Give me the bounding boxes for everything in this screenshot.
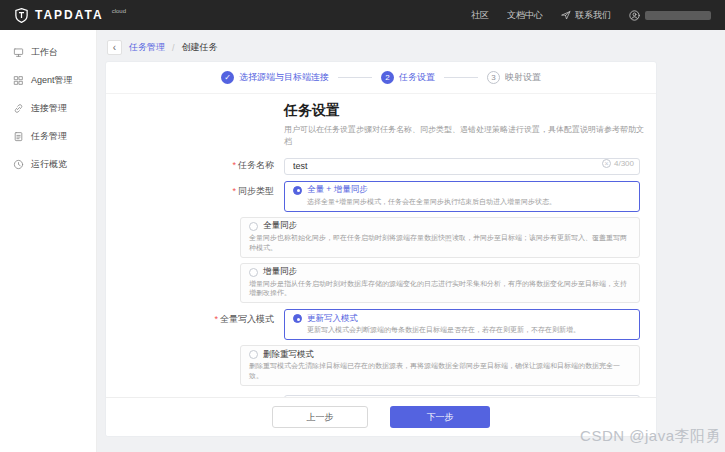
next-step-button[interactable]: 下一步 [390, 406, 490, 428]
task-name-row: *任务名称 × 4/300 [106, 155, 656, 175]
username-redacted [645, 11, 711, 20]
user-icon [629, 10, 640, 21]
nav-contact[interactable]: 联系我们 [561, 9, 611, 22]
sidebar-item-label: 连接管理 [31, 102, 67, 115]
paper-plane-icon [561, 10, 571, 20]
logo-text: TAPDATA [35, 8, 104, 22]
radio-icon[interactable] [249, 268, 258, 277]
sync-type-row: *同步类型 全量 + 增量同步 选择全量+增量同步模式，任务会在全量同步执行结束… [106, 181, 656, 304]
radio-icon[interactable] [249, 350, 258, 359]
option-full-plus-incremental[interactable]: 全量 + 增量同步 选择全量+增量同步模式，任务会在全量同步执行结束后自动进入增… [284, 181, 640, 212]
user-menu[interactable] [629, 10, 711, 21]
write-mode-row: *全量写入模式 更新写入模式 更新写入模式会判断源端的每条数据在目标端是否存在，… [106, 309, 656, 386]
step-3-label: 映射设置 [505, 71, 541, 84]
step-2-marker: 2 [381, 71, 394, 84]
main-area: ‹ 任务管理 / 创建任务 ✓ 选择源端与目标端连接 2 任务设置 3 映射设置… [97, 30, 725, 452]
option-description: 增量同步是指从任务启动时刻对数据库存储的源端变化的日志进行实时采集和分析，有序的… [249, 279, 631, 299]
step-task-settings[interactable]: 2 任务设置 [381, 71, 435, 84]
step-2-label: 任务设置 [399, 71, 435, 84]
option-title: 全量同步 [263, 220, 297, 232]
nav-contact-label: 联系我们 [575, 9, 611, 22]
sidebar-item-label: 任务管理 [31, 130, 67, 143]
task-settings-card: ✓ 选择源端与目标端连接 2 任务设置 3 映射设置 任务设置 用户可以在任务设… [105, 61, 657, 437]
option-update-write[interactable]: 更新写入模式 更新写入模式会判断源端的每条数据在目标端是否存在，若存在则更新，不… [284, 309, 640, 340]
sidebar-item-label: 工作台 [31, 46, 58, 59]
nav-docs[interactable]: 文档中心 [507, 9, 543, 22]
page-title: 任务设置 [284, 102, 656, 120]
step-1-label: 选择源端与目标端连接 [239, 71, 329, 84]
sidebar: 工作台 Agent管理 连接管理 任务管理 运行概览 [0, 30, 97, 452]
wizard-footer: 上一步 下一步 [106, 397, 656, 436]
option-title: 增量同步 [263, 266, 297, 278]
breadcrumb-separator: / [172, 43, 175, 53]
sidebar-item-overview[interactable]: 运行概览 [0, 150, 96, 178]
nav-docs-label: 文档中心 [507, 9, 543, 22]
task-name-input[interactable] [284, 158, 640, 175]
option-full-sync[interactable]: 全量同步 全量同步也称初始化同步，即在任务启动时刻将源端存量数据快照读取，并同步… [240, 217, 640, 258]
step-select-connections[interactable]: ✓ 选择源端与目标端连接 [221, 71, 329, 84]
step-mapping-settings: 3 映射设置 [487, 71, 541, 84]
option-title: 删除重写模式 [263, 349, 314, 361]
shield-logo-icon [14, 7, 29, 24]
page-description: 用户可以在任务设置步骤对任务名称、同步类型、遇错处理策略进行设置，具体配置说明请… [284, 124, 644, 147]
step-connector [338, 77, 372, 78]
nav-community-label: 社区 [471, 9, 489, 22]
top-header: TAPDATA cloud 社区 文档中心 联系我们 [0, 0, 725, 30]
input-suffix: × 4/300 [602, 155, 634, 172]
radio-selected-icon[interactable] [293, 314, 302, 323]
back-button[interactable]: ‹ [107, 40, 122, 55]
option-incremental-sync[interactable]: 增量同步 增量同步是指从任务启动时刻对数据库存储的源端变化的日志进行实时采集和分… [240, 263, 640, 304]
sidebar-item-label: Agent管理 [31, 74, 73, 87]
breadcrumb-parent[interactable]: 任务管理 [129, 41, 165, 54]
logo-cloud-label: cloud [112, 8, 126, 14]
label-text: 全量写入模式 [220, 314, 274, 324]
option-delete-rewrite[interactable]: 删除重写模式 删除重写模式会先清除掉目标端已存在的数据源表，再将源端数据全部同步… [240, 345, 640, 386]
monitor-icon [13, 47, 24, 58]
step-1-marker: ✓ [221, 71, 234, 84]
option-description: 删除重写模式会先清除掉目标端已存在的数据源表，再将源端数据全部同步至目标端，确保… [249, 361, 631, 381]
char-counter: 4/300 [614, 159, 634, 168]
option-description: 更新写入模式会判断源端的每条数据在目标端是否存在，若存在则更新，不存在则新增。 [307, 325, 631, 335]
sidebar-item-workbench[interactable]: 工作台 [0, 38, 96, 66]
task-form: *任务名称 × 4/300 *同步类型 [106, 155, 656, 432]
option-title: 全量 + 增量同步 [307, 184, 368, 196]
sidebar-item-label: 运行概览 [31, 158, 67, 171]
required-asterisk: * [232, 160, 236, 170]
step-3-marker: 3 [487, 71, 500, 84]
option-title: 更新写入模式 [307, 313, 358, 325]
radio-icon[interactable] [249, 222, 258, 231]
wizard-stepper: ✓ 选择源端与目标端连接 2 任务设置 3 映射设置 [106, 62, 656, 94]
label-text: 同步类型 [238, 186, 274, 196]
sidebar-item-agent[interactable]: Agent管理 [0, 66, 96, 94]
link-icon [13, 103, 24, 114]
clipboard-icon [13, 131, 24, 142]
radio-selected-icon[interactable] [293, 186, 302, 195]
previous-step-button[interactable]: 上一步 [272, 406, 368, 428]
label-text: 任务名称 [238, 160, 274, 170]
grid-icon [13, 75, 24, 86]
watermark: CSDN @java李阳勇 [580, 427, 721, 446]
task-name-label: *任务名称 [106, 155, 284, 175]
clock-icon [13, 159, 24, 170]
breadcrumb-current: 创建任务 [182, 41, 218, 54]
step-connector [444, 77, 478, 78]
option-description: 全量同步也称初始化同步，即在任务启动时刻将源端存量数据快照读取，并同步至目标端；… [249, 233, 631, 253]
header-nav: 社区 文档中心 联系我们 [471, 9, 711, 22]
tapdata-logo[interactable]: TAPDATA cloud [14, 7, 126, 24]
required-asterisk: * [214, 314, 218, 324]
sidebar-item-connections[interactable]: 连接管理 [0, 94, 96, 122]
clear-icon[interactable]: × [602, 159, 611, 168]
required-asterisk: * [232, 186, 236, 196]
nav-community[interactable]: 社区 [471, 9, 489, 22]
breadcrumb: ‹ 任务管理 / 创建任务 [107, 39, 725, 56]
option-description: 选择全量+增量同步模式，任务会在全量同步执行结束后自动进入增量同步状态。 [307, 197, 631, 207]
sidebar-item-tasks[interactable]: 任务管理 [0, 122, 96, 150]
